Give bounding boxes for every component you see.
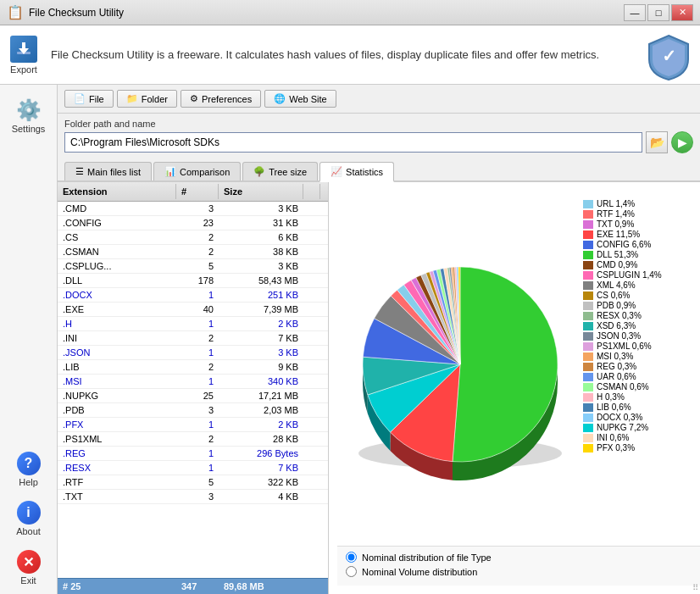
legend-color	[583, 200, 593, 208]
table-row[interactable]: .DLL17858,43 MB	[58, 274, 328, 288]
folder-icon: 📁	[126, 93, 138, 104]
legend-label: UAR 0,6%	[597, 372, 636, 381]
table-row[interactable]: .RESX17 KB	[58, 461, 328, 475]
shield-logo: ✓	[647, 34, 690, 76]
tab-statistics[interactable]: 📈 Statistics	[319, 162, 394, 182]
table-row[interactable]: .CS26 KB	[58, 230, 328, 245]
help-icon: ?	[17, 452, 41, 475]
pie-chart-svg	[337, 250, 583, 487]
browse-button[interactable]: 📂	[646, 131, 668, 153]
table-row[interactable]: .NUPKG2517,21 MB	[58, 389, 328, 403]
legend-color	[583, 220, 593, 229]
col-extension: Extension	[58, 184, 176, 199]
folder-path-area: Folder path and name 📂 ▶	[58, 114, 700, 158]
title-bar-controls: — □ ✕	[624, 4, 693, 21]
sidebar-item-exit[interactable]: ✕ Exit	[3, 545, 54, 591]
legend-label: TXT 0,9%	[597, 219, 634, 229]
table-row[interactable]: .TXT34 KB	[58, 490, 328, 504]
legend-item: DLL 51,3%	[583, 250, 700, 259]
svg-text:✓: ✓	[662, 47, 676, 65]
legend-item: MSI 0,3%	[583, 352, 700, 361]
legend-item: CONFIG 6,6%	[583, 240, 700, 249]
minimize-button[interactable]: —	[624, 4, 646, 21]
table-row[interactable]: .PDB32,03 MB	[58, 403, 328, 418]
legend-item: JSON 0,3%	[583, 331, 700, 341]
legend-item: PDB 0,9%	[583, 301, 700, 310]
tabs: ☰ Main files list 📊 Comparison 🌳 Tree si…	[58, 158, 700, 182]
website-button[interactable]: 🌐 Web Site	[264, 90, 336, 108]
radio-volume[interactable]: Nominal Volume distribution	[346, 566, 700, 577]
legend-item: CSPLUGIN 1,4%	[583, 270, 700, 280]
col-size: Size	[219, 184, 303, 199]
app-description: File Checksum Utility is a freeware. It …	[51, 47, 647, 64]
legend-label: H 0,3%	[597, 392, 625, 402]
resize-handle[interactable]: ⠿	[692, 583, 698, 592]
table-row[interactable]: .RTF5322 KB	[58, 475, 328, 490]
table-header: Extension # Size	[58, 182, 328, 202]
legend-color	[583, 271, 593, 280]
tab-main-files-list[interactable]: ☰ Main files list	[64, 162, 152, 180]
table-row[interactable]: .PFX12 KB	[58, 418, 328, 432]
maximize-button[interactable]: □	[647, 4, 669, 21]
sidebar-item-label-settings: Settings	[12, 124, 46, 134]
legend-color	[583, 342, 593, 351]
sidebar-item-settings[interactable]: ⚙️ Settings	[3, 93, 54, 139]
go-button[interactable]: ▶	[671, 131, 693, 153]
radio-file-type-input[interactable]	[346, 552, 357, 563]
preferences-icon: ⚙	[190, 93, 198, 104]
legend-item: INI 0,6%	[583, 433, 700, 442]
legend-color	[583, 230, 593, 239]
table-row[interactable]: .CONFIG2331 KB	[58, 216, 328, 230]
tab-files-icon: ☰	[75, 166, 84, 177]
legend-label: CS 0,6%	[597, 291, 630, 300]
legend-color	[583, 241, 593, 249]
table-row[interactable]: .DOCX1251 KB	[58, 288, 328, 303]
legend-item: EXE 11,5%	[583, 230, 700, 239]
legend-label: REG 0,3%	[597, 362, 636, 371]
gear-icon: ⚙️	[16, 98, 42, 122]
folder-button[interactable]: 📁 Folder	[117, 90, 177, 108]
radio-volume-input[interactable]	[346, 566, 357, 577]
folder-path-input[interactable]	[64, 132, 642, 153]
sidebar-item-about[interactable]: i About	[3, 496, 54, 541]
folder-path-label: Folder path and name	[64, 119, 693, 129]
legend-label: XSD 6,3%	[597, 321, 636, 330]
table-row[interactable]: .JSON13 KB	[58, 346, 328, 360]
radio-file-type[interactable]: Nominal distribution of file Type	[346, 552, 700, 563]
file-table: Extension # Size .CMD33 KB .CONFIG2331 K…	[58, 182, 329, 594]
table-row[interactable]: .REG1296 Bytes	[58, 447, 328, 461]
table-row[interactable]: .EXE407,39 MB	[58, 303, 328, 317]
table-row[interactable]: .CMD33 KB	[58, 202, 328, 216]
table-row[interactable]: .INI27 KB	[58, 331, 328, 346]
table-row[interactable]: .CSPLUG...53 KB	[58, 259, 328, 274]
legend-color	[583, 424, 593, 432]
legend-label: LIB 0,6%	[597, 402, 631, 412]
table-row[interactable]: .CSMAN238 KB	[58, 245, 328, 259]
table-row[interactable]: .LIB29 KB	[58, 360, 328, 375]
legend: URL 1,4%RTF 1,4%TXT 0,9%EXE 11,5%CONFIG …	[583, 191, 700, 546]
tab-comparison[interactable]: 📊 Comparison	[153, 162, 241, 180]
legend-item: URL 1,4%	[583, 199, 700, 208]
legend-label: JSON 0,3%	[597, 331, 641, 341]
preferences-button[interactable]: ⚙ Preferences	[181, 90, 261, 108]
table-row[interactable]: .H12 KB	[58, 317, 328, 331]
close-button[interactable]: ✕	[671, 4, 693, 21]
legend-item: NUPKG 7,2%	[583, 423, 700, 432]
status-label: # 25	[58, 579, 176, 594]
sidebar-item-help[interactable]: ? Help	[3, 447, 54, 492]
legend-item: PS1XML 0,6%	[583, 341, 700, 351]
tab-comparison-icon: 📊	[164, 166, 176, 177]
tab-tree-size[interactable]: 🌳 Tree size	[242, 162, 318, 180]
legend-label: PDB 0,9%	[597, 301, 636, 310]
legend-item: TXT 0,9%	[583, 219, 700, 229]
table-row[interactable]: .PS1XML228 KB	[58, 432, 328, 447]
export-button[interactable]: Export	[10, 36, 37, 75]
legend-label: NUPKG 7,2%	[597, 423, 648, 432]
legend-label: CSMAN 0,6%	[597, 382, 649, 391]
file-button[interactable]: 📄 File	[64, 90, 114, 108]
legend-color	[583, 444, 593, 452]
main-content: 📄 File 📁 Folder ⚙ Preferences 🌐 Web Site…	[58, 85, 700, 594]
table-row[interactable]: .MSI1340 KB	[58, 375, 328, 389]
legend-item: CS 0,6%	[583, 291, 700, 300]
legend-item: REG 0,3%	[583, 362, 700, 371]
